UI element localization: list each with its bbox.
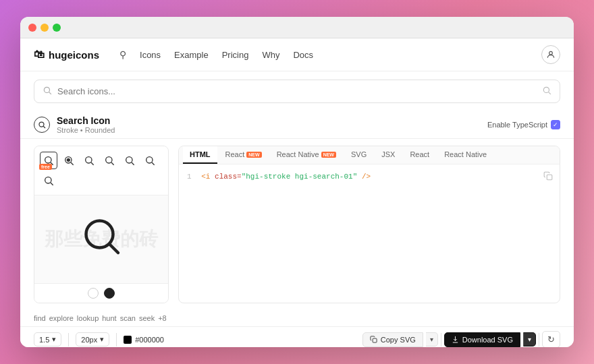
download-svg-dropdown[interactable]: ▾ (523, 332, 536, 346)
code-tag-open: <i (201, 173, 215, 181)
tag-more[interactable]: +8 (158, 314, 167, 322)
code-content: 1 <i class="hgi-stroke hgi-search-01" /> (179, 164, 560, 205)
icon-variant-6[interactable] (141, 152, 159, 169)
svg-point-1 (44, 87, 49, 92)
svg-point-12 (86, 157, 92, 163)
icon-variant-1[interactable]: free (40, 152, 57, 169)
logo[interactable]: 🛍 hugeicons (34, 49, 99, 61)
close-button[interactable] (28, 24, 36, 32)
px-value: 20px (81, 336, 97, 344)
nav-link-docs[interactable]: Docs (293, 50, 313, 60)
svg-point-0 (549, 51, 553, 55)
svg-line-19 (152, 162, 155, 165)
separator-1 (68, 333, 69, 346)
line-number: 1 (187, 173, 192, 181)
logo-text: hugeicons (49, 49, 99, 61)
icon-variant-7[interactable] (40, 172, 57, 189)
tab-react-native2[interactable]: React Native (437, 146, 493, 164)
icon-color-toggle (34, 283, 168, 303)
typescript-checkbox[interactable]: ✓ (551, 120, 560, 129)
icon-panel: free (34, 146, 169, 303)
bottom-toolbar: 1.5 ▾ 20px ▾ #000000 Copy SVG ▾ (20, 326, 574, 347)
browser-window: 🛍 hugeicons ⚲ Icons Example Pricing Why … (20, 17, 574, 347)
tag-hunt[interactable]: hunt (102, 314, 116, 322)
icon-subtitle: Stroke • Rounded (57, 126, 115, 134)
copy-code-button[interactable] (543, 171, 553, 183)
size-chevron-icon: ▾ (52, 335, 56, 344)
traffic-lights (28, 24, 61, 32)
search-right-icon (542, 86, 551, 97)
typescript-toggle[interactable]: Enable TypeScript ✓ (487, 120, 560, 129)
separator-3 (441, 333, 441, 346)
icon-variants-grid: free (34, 146, 168, 195)
icon-title: Search Icon (57, 115, 115, 126)
download-svg-label: Download SVG (462, 336, 513, 344)
icon-preview-svg (81, 216, 122, 264)
copy-svg-label: Copy SVG (381, 336, 416, 344)
color-black-button[interactable] (104, 288, 115, 299)
icon-title-block: Search Icon Stroke • Rounded (57, 115, 115, 134)
svg-line-17 (132, 162, 134, 165)
copy-svg-dropdown[interactable]: ▾ (426, 332, 438, 346)
tab-jsx[interactable]: JSX (375, 146, 402, 164)
color-swatch (124, 336, 132, 344)
nav-links: ⚲ Icons Example Pricing Why Docs (119, 49, 541, 60)
nav-link-example[interactable]: Example (174, 50, 209, 60)
page-content: 🛍 hugeicons ⚲ Icons Example Pricing Why … (20, 38, 574, 347)
px-selector[interactable]: 20px ▾ (76, 332, 109, 346)
code-tabs: HTML React NEW React Native NEW SVG JSX … (179, 146, 560, 164)
size-selector[interactable]: 1.5 ▾ (34, 332, 61, 346)
copy-svg-button[interactable]: Copy SVG (362, 332, 423, 347)
nav-link-pricing[interactable]: Pricing (222, 50, 249, 60)
icon-variant-5[interactable] (121, 152, 138, 169)
typescript-label: Enable TypeScript (487, 121, 547, 129)
nav-search-icon[interactable]: ⚲ (119, 49, 126, 60)
color-picker[interactable]: #000000 (124, 336, 164, 344)
nav-link-icons[interactable]: Icons (140, 50, 161, 60)
size-value: 1.5 (39, 336, 49, 344)
download-svg-button[interactable]: Download SVG (444, 332, 520, 347)
icon-variant-3[interactable] (80, 152, 98, 169)
tab-html[interactable]: HTML (183, 146, 217, 164)
tag-lookup[interactable]: lookup (77, 314, 99, 322)
icon-header: Search Icon Stroke • Rounded Enable Type… (20, 111, 574, 139)
nav-right (541, 45, 560, 64)
svg-line-2 (49, 92, 51, 94)
code-panel: HTML React NEW React Native NEW SVG JSX … (178, 146, 560, 303)
icon-header-preview (34, 117, 50, 133)
svg-rect-24 (547, 175, 552, 180)
code-class-attr: class= (215, 173, 242, 181)
icon-variant-4[interactable] (101, 152, 118, 169)
tag-explore[interactable]: explore (49, 314, 74, 322)
svg-line-13 (91, 162, 94, 165)
maximize-button[interactable] (53, 24, 61, 32)
tab-react-native[interactable]: React Native NEW (270, 146, 343, 164)
tab-react2[interactable]: React (403, 146, 436, 164)
tab-svg[interactable]: SVG (344, 146, 373, 164)
color-white-button[interactable] (88, 288, 99, 299)
user-account-button[interactable] (541, 45, 560, 64)
logo-icon: 🛍 (34, 49, 45, 61)
svg-point-16 (126, 157, 132, 163)
svg-point-7 (45, 157, 51, 163)
titlebar (20, 17, 574, 38)
icon-variant-2[interactable] (60, 152, 78, 169)
px-chevron-icon: ▾ (100, 335, 104, 344)
minimize-button[interactable] (40, 24, 49, 32)
react-new-badge: NEW (246, 152, 261, 158)
svg-line-11 (71, 162, 74, 165)
tag-find[interactable]: find (34, 314, 46, 322)
tag-scan[interactable]: scan (120, 314, 136, 322)
free-badge: free (39, 164, 52, 170)
svg-point-5 (39, 122, 44, 127)
search-bar (34, 80, 560, 103)
icon-tags: find explore lookup hunt scan seek +8 (20, 310, 574, 326)
tab-react[interactable]: React NEW (219, 146, 269, 164)
nav-link-why[interactable]: Why (262, 50, 279, 60)
tag-seek[interactable]: seek (139, 314, 155, 322)
search-input[interactable] (57, 86, 537, 96)
svg-point-14 (106, 157, 112, 163)
svg-line-23 (110, 244, 119, 253)
separator-2 (116, 333, 117, 346)
refresh-button[interactable]: ↻ (542, 331, 560, 347)
